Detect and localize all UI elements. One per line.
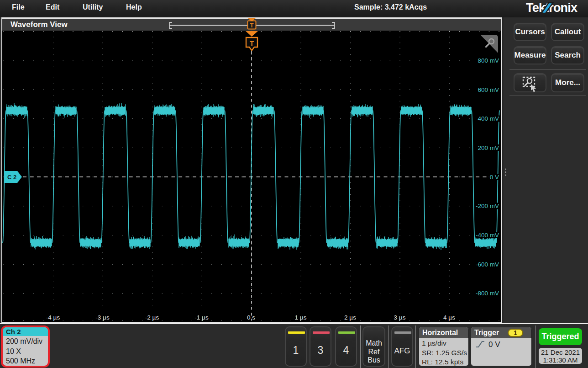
- svg-text:-800 mV: -800 mV: [476, 290, 499, 297]
- svg-text:-200 mV: -200 mV: [476, 203, 499, 209]
- svg-text:400 mV: 400 mV: [478, 115, 499, 122]
- svg-text:0 V: 0 V: [490, 174, 499, 181]
- svg-text:3 µs: 3 µs: [394, 314, 406, 321]
- svg-text:600 mV: 600 mV: [478, 86, 499, 93]
- svg-text:0 V: 0 V: [488, 340, 500, 349]
- svg-text:2 µs: 2 µs: [344, 314, 356, 321]
- svg-text:-4 µs: -4 µs: [46, 314, 60, 321]
- svg-text:-400 mV: -400 mV: [476, 232, 499, 239]
- svg-text:200 mV: 200 mV: [478, 144, 499, 151]
- svg-text:-1 µs: -1 µs: [194, 314, 209, 321]
- svg-text:-600 mV: -600 mV: [476, 261, 499, 268]
- svg-text:1 µs: 1 µs: [295, 314, 307, 321]
- svg-text:-3 µs: -3 µs: [95, 314, 110, 321]
- svg-text:-2 µs: -2 µs: [145, 314, 159, 321]
- svg-text:0 s: 0 s: [247, 314, 255, 321]
- svg-text:800 mV: 800 mV: [478, 57, 499, 64]
- svg-text:4 µs: 4 µs: [443, 314, 455, 321]
